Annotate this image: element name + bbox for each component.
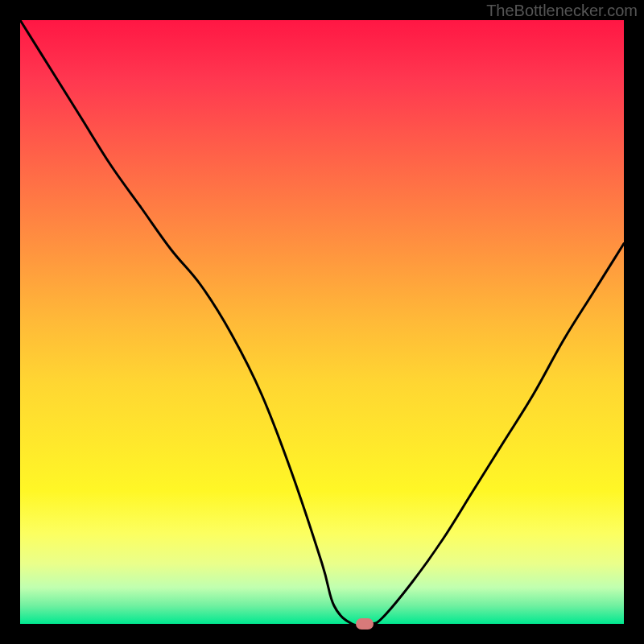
chart-plot-area <box>20 20 624 624</box>
chart-curve <box>20 20 624 624</box>
chart-marker <box>356 618 374 630</box>
watermark-text: TheBottlenecker.com <box>486 2 638 20</box>
